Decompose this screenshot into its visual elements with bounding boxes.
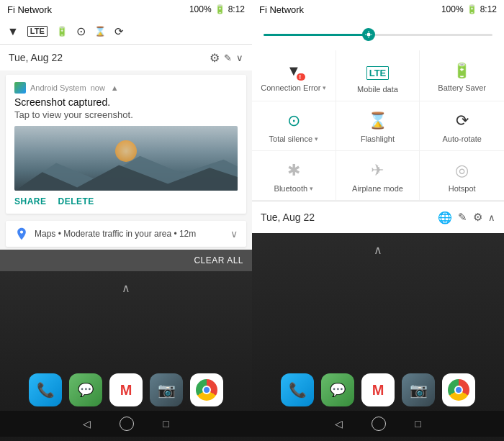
phone-app-icon[interactable]: 📞 (29, 373, 62, 406)
battery-notif-icon: 🔋 (56, 26, 68, 37)
left-dark-bottom: ∧ 📞 💬 M 📷 ◁ □ (0, 271, 252, 441)
maps-text: Maps • Moderate traffic in your area • 1… (35, 229, 225, 239)
camera-app-icon[interactable]: 📷 (150, 373, 183, 406)
android-system-icon (14, 82, 26, 94)
qs-label-lte: Mobile data (357, 85, 398, 94)
battery-qs-icon: 🔋 (453, 62, 471, 79)
bluetooth-qs-icon: ✱ (287, 161, 300, 180)
recents-button-right[interactable]: □ (415, 418, 420, 429)
bluetooth-arrow-icon: ▾ (310, 185, 313, 192)
screenshot-thumbnail (14, 126, 238, 191)
right-status-right: 100% 🔋 8:12 (441, 4, 497, 14)
left-carrier: Fi Network (7, 4, 52, 15)
right-battery: 100% (441, 4, 464, 14)
left-status-right: 100% 🔋 8:12 (189, 4, 245, 14)
maps-chevron-icon: ∨ (230, 228, 238, 240)
maps-icon (14, 227, 29, 241)
qs-label-autorotate: Auto-rotate (442, 135, 481, 143)
brightness-thumb[interactable] (362, 28, 375, 41)
right-edit-icon[interactable]: ✎ (458, 211, 467, 224)
wifi-qs-icon: ▼ ! (287, 63, 301, 79)
qs-label-airplane: Airplane mode (352, 184, 403, 193)
right-phone-icon[interactable]: 📞 (281, 373, 314, 406)
lte-notif-icon: LTE (27, 26, 48, 37)
qs-tile-hotspot[interactable]: ◎ Hotspot (420, 151, 504, 201)
wifi-arrow-icon: ▾ (323, 84, 326, 91)
qs-tile-lte[interactable]: LTE Mobile data (336, 50, 420, 101)
battery-icon: 🔋 (215, 4, 225, 14)
maps-notification[interactable]: Maps • Moderate traffic in your area • 1… (6, 221, 246, 247)
notif-title: Screenshot captured. (14, 96, 238, 108)
brightness-row[interactable] (252, 19, 504, 50)
delete-button[interactable]: DELETE (58, 196, 94, 206)
edit-icon[interactable]: ✎ (224, 53, 232, 63)
nav-bar-right: ◁ □ (252, 411, 504, 437)
right-camera-icon[interactable]: 📷 (402, 373, 435, 406)
screenshot-notification[interactable]: Android System now ▲ Screenshot captured… (6, 75, 246, 214)
right-carrier: Fi Network (259, 4, 304, 15)
settings-icon[interactable]: ⚙ (210, 51, 220, 65)
right-time: 8:12 (480, 4, 497, 14)
right-settings-icon[interactable]: ⚙ (473, 211, 482, 224)
chrome-app-icon[interactable] (190, 373, 223, 406)
rotate-icon: ⟳ (114, 25, 124, 38)
qs-label-wifi: Connection Error ▾ (261, 83, 326, 92)
lte-qs-icon: LTE (366, 60, 390, 81)
right-chrome-icon[interactable] (442, 373, 475, 406)
home-button-right[interactable] (372, 417, 386, 431)
left-panel: Fi Network 100% 🔋 8:12 ▼ LTE 🔋 ⊙ ⌛ ⟳ Tue… (0, 0, 252, 441)
mountain-svg (14, 153, 238, 191)
flashlight-qs-icon: ⌛ (368, 112, 387, 130)
dnd-notif-icon: ⊙ (76, 24, 86, 38)
wifi-icon: ▼ (7, 25, 19, 38)
qs-tile-wifi[interactable]: ▼ ! Connection Error ▾ (252, 50, 336, 101)
brightness-slider[interactable] (264, 34, 492, 36)
notif-expand-icon: ▲ (111, 83, 119, 92)
qs-label-silence: Total silence ▾ (269, 135, 319, 143)
notif-icons-row: ▼ LTE 🔋 ⊙ ⌛ ⟳ (0, 19, 252, 45)
qs-label-battery: Battery Saver (438, 83, 486, 92)
quick-settings-grid: ▼ ! Connection Error ▾ LTE Mobile data 🔋… (252, 50, 504, 201)
app-dock-right: 📞 💬 M 📷 (252, 369, 504, 411)
right-gmail-icon[interactable]: M (361, 373, 395, 406)
recents-button-left[interactable]: □ (163, 418, 168, 429)
notif-body: Tap to view your screenshot. (14, 109, 238, 120)
right-status-bar: Fi Network 100% 🔋 8:12 (252, 0, 504, 19)
silence-arrow-icon: ▾ (315, 135, 318, 142)
notif-app-name: Android System (30, 83, 86, 92)
hotspot-qs-icon: ◎ (455, 161, 469, 180)
back-button-left[interactable]: ◁ (83, 418, 91, 429)
gmail-app-icon[interactable]: M (109, 373, 143, 406)
right-swipe-indicator: ∧ (374, 243, 382, 257)
messages-app-icon[interactable]: 💬 (69, 373, 102, 406)
right-date: Tue, Aug 22 (261, 212, 315, 223)
silence-qs-icon: ⊙ (287, 112, 300, 130)
qs-label-flashlight: Flashlight (361, 135, 395, 143)
swipe-up-indicator: ∧ (122, 281, 130, 295)
nav-bar-left: ◁ □ (0, 411, 252, 437)
autorotate-qs-icon: ⟳ (456, 112, 469, 130)
hourglass-icon: ⌛ (94, 26, 106, 37)
qs-tile-silence[interactable]: ⊙ Total silence ▾ (252, 101, 336, 151)
notif-time: now (91, 83, 105, 92)
right-expand-icon[interactable]: ∧ (488, 212, 495, 223)
svg-point-2 (366, 32, 370, 36)
qs-tile-battery[interactable]: 🔋 Battery Saver (420, 50, 504, 101)
sun-thumb-icon (364, 30, 373, 39)
right-date-row: Tue, Aug 22 🌐 ✎ ⚙ ∧ (252, 201, 504, 233)
qs-label-hotspot: Hotspot (449, 184, 476, 193)
back-button-right[interactable]: ◁ (335, 418, 343, 429)
right-battery-icon: 🔋 (467, 4, 477, 14)
share-button[interactable]: SHARE (14, 196, 47, 206)
home-button-left[interactable] (120, 417, 134, 431)
airplane-qs-icon: ✈ (371, 161, 384, 180)
qs-tile-flashlight[interactable]: ⌛ Flashlight (336, 101, 420, 151)
right-messages-icon[interactable]: 💬 (321, 373, 354, 406)
clear-all-button[interactable]: CLEAR ALL (194, 255, 243, 265)
expand-icon[interactable]: ∨ (236, 53, 243, 63)
qs-tile-autorotate[interactable]: ⟳ Auto-rotate (420, 101, 504, 151)
qs-tile-bluetooth[interactable]: ✱ Bluetooth ▾ (252, 151, 336, 201)
world-icon[interactable]: 🌐 (438, 211, 452, 224)
qs-tile-airplane[interactable]: ✈ Airplane mode (336, 151, 420, 201)
qs-label-bluetooth: Bluetooth ▾ (274, 184, 313, 193)
